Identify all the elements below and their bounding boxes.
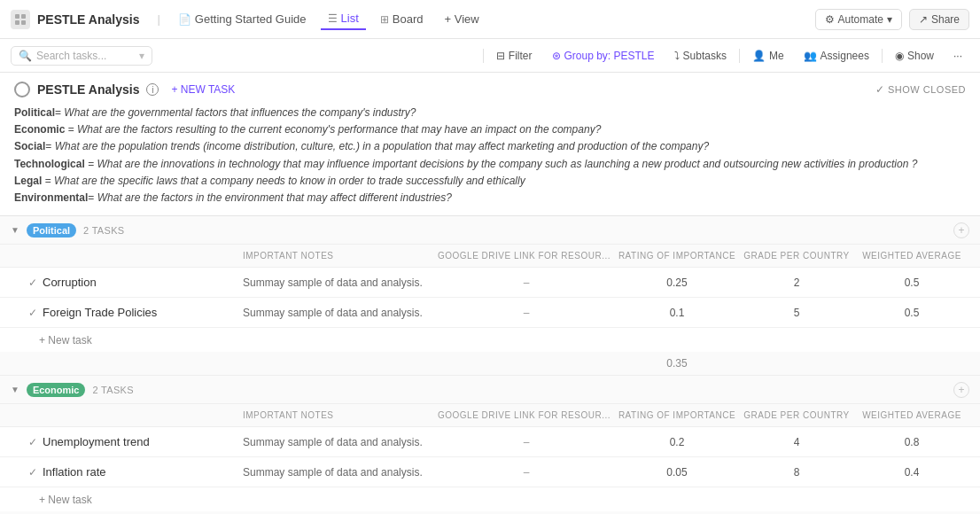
- check-icon: ✓: [875, 83, 884, 96]
- task-grade-corruption: 2: [739, 276, 854, 289]
- technological-desc: = What are the innovations in technology…: [85, 158, 918, 170]
- table-header-political: IMPORTANT NOTES GOOGLE DRIVE LINK FOR RE…: [0, 245, 980, 268]
- technological-label: Technological: [14, 158, 85, 170]
- group-toggle-political[interactable]: ▼: [11, 225, 19, 235]
- tab-getting-started[interactable]: 📄 Getting Started Guide: [171, 9, 314, 29]
- new-task-button[interactable]: + NEW TASK: [166, 82, 240, 97]
- tab-add-view[interactable]: + View: [438, 9, 486, 29]
- political-desc: = What are the governmental factors that…: [55, 106, 416, 119]
- table-row: ✓ Foreign Trade Policies Summay sample o…: [0, 298, 980, 328]
- task-rating-unemployment: 0.2: [615, 436, 739, 448]
- task-drive-corruption: –: [438, 276, 615, 289]
- subtasks-button[interactable]: ⤵ Subtasks: [667, 47, 734, 65]
- tab-list[interactable]: ☰ List: [321, 8, 366, 30]
- show-button[interactable]: ◉ Show: [888, 47, 941, 65]
- col-notes-economic: IMPORTANT NOTES: [243, 410, 438, 420]
- app-title: PESTLE Analysis: [37, 12, 139, 27]
- search-box[interactable]: 🔍 Search tasks... ▾: [11, 46, 152, 66]
- task-rating-foreign: 0.1: [615, 307, 739, 319]
- description-block: Political= What are the governmental fac…: [14, 105, 966, 212]
- me-icon: 👤: [752, 50, 766, 62]
- group-add-economic[interactable]: +: [953, 382, 969, 398]
- task-notes-corruption: Summay sample of data and analysis.: [243, 276, 438, 289]
- col-weighted-economic: WEIGHTED AVERAGE: [854, 410, 969, 420]
- group-task-count-economic: 2 TASKS: [92, 385, 133, 395]
- table-row: ✓ Unemployment trend Summay sample of da…: [0, 427, 980, 457]
- search-placeholder: Search tasks...: [36, 50, 106, 62]
- check-icon: ✓: [28, 307, 37, 319]
- economic-label: Economic: [14, 123, 65, 136]
- task-name-foreign[interactable]: Foreign Trade Policies: [43, 306, 157, 319]
- social-label: Social: [14, 140, 45, 152]
- task-name-unemployment[interactable]: Unemployment trend: [43, 435, 150, 448]
- svg-rect-0: [15, 14, 19, 19]
- search-icon: 🔍: [19, 50, 32, 62]
- col-grade-economic: GRADE PER COUNTRY: [739, 410, 854, 420]
- share-button[interactable]: ↗ Share: [909, 9, 969, 30]
- subtasks-icon: ⤵: [674, 50, 680, 62]
- check-icon: ✓: [28, 276, 37, 289]
- col-rating-economic: RATING OF IMPORTANCE: [615, 410, 739, 420]
- assignees-button[interactable]: 👥 Assignees: [797, 47, 876, 65]
- task-weighted-foreign: 0.5: [854, 307, 969, 319]
- filter-button[interactable]: ⊟ Filter: [489, 47, 540, 65]
- pestle-title: PESTLE Analysis: [37, 82, 139, 97]
- subtotal-political: 0.35: [615, 357, 739, 370]
- chevron-down-icon: ▾: [139, 50, 144, 62]
- task-weighted-inflation: 0.4: [854, 466, 969, 479]
- col-rating-political: RATING OF IMPORTANCE: [615, 251, 739, 261]
- automate-icon: ⚙: [825, 13, 835, 26]
- me-button[interactable]: 👤 Me: [745, 47, 791, 65]
- col-notes-political: IMPORTANT NOTES: [243, 251, 438, 261]
- task-drive-foreign: –: [438, 307, 615, 319]
- task-rating-corruption: 0.25: [615, 276, 739, 289]
- task-name-cell: ✓ Corruption: [28, 276, 243, 289]
- task-notes-foreign: Summay sample of data and analysis.: [243, 307, 438, 319]
- group-header-political: ▼ Political 2 TASKS +: [0, 216, 980, 245]
- group-by-button[interactable]: ⊛ Group by: PESTLE: [545, 47, 662, 65]
- task-drive-unemployment: –: [438, 436, 615, 448]
- group-add-political[interactable]: +: [953, 222, 969, 238]
- new-task-link-economic[interactable]: + New task: [39, 494, 92, 506]
- task-name-corruption[interactable]: Corruption: [43, 276, 97, 289]
- col-grade-political: GRADE PER COUNTRY: [739, 251, 854, 261]
- new-task-row-political: + New task: [0, 328, 980, 352]
- task-name-cell: ✓ Unemployment trend: [28, 435, 243, 448]
- table-row: ✓ Inflation rate Summay sample of data a…: [0, 457, 980, 487]
- new-task-row-economic: + New task: [0, 487, 980, 511]
- col-weighted-political: WEIGHTED AVERAGE: [854, 251, 969, 261]
- share-icon: ↗: [919, 13, 928, 26]
- new-task-link-political[interactable]: + New task: [39, 334, 92, 347]
- task-name-inflation[interactable]: Inflation rate: [43, 465, 106, 479]
- political-label: Political: [14, 106, 55, 119]
- subtotal-row-political: 0.35: [0, 352, 980, 375]
- environmental-desc: = What are the factors in the environmen…: [88, 191, 452, 204]
- group-toggle-economic[interactable]: ▼: [11, 385, 19, 394]
- nav-right: ⚙ Automate ▾ ↗ Share: [815, 9, 969, 30]
- assignees-icon: 👥: [804, 50, 817, 62]
- divider: [483, 49, 484, 63]
- toolbar: 🔍 Search tasks... ▾ ⊟ Filter ⊛ Group by:…: [0, 39, 980, 73]
- show-closed-label: SHOW CLOSED: [888, 84, 966, 95]
- task-grade-unemployment: 4: [739, 436, 854, 448]
- group-economic: ▼ Economic 2 TASKS + IMPORTANT NOTES GOO…: [0, 376, 980, 514]
- more-button[interactable]: ···: [946, 47, 969, 65]
- legal-label: Legal: [14, 175, 42, 187]
- task-grade-inflation: 8: [739, 466, 854, 479]
- info-icon[interactable]: i: [146, 83, 159, 96]
- list-icon: ☰: [328, 12, 338, 25]
- pestle-header: PESTLE Analysis i + NEW TASK ✓ SHOW CLOS…: [0, 73, 980, 216]
- environmental-label: Environmental: [14, 191, 88, 204]
- social-desc: = What are the population trends (income…: [45, 140, 709, 152]
- task-weighted-corruption: 0.5: [854, 276, 969, 289]
- top-nav: PESTLE Analysis | 📄 Getting Started Guid…: [0, 0, 980, 39]
- task-name-cell: ✓ Inflation rate: [28, 465, 243, 479]
- svg-rect-3: [21, 20, 26, 25]
- tab-board[interactable]: ⊞ Board: [373, 9, 431, 29]
- filter-icon: ⊟: [496, 50, 505, 62]
- svg-rect-1: [21, 14, 26, 19]
- automate-button[interactable]: ⚙ Automate ▾: [815, 9, 902, 30]
- task-notes-inflation: Summay sample of data and analysis.: [243, 466, 438, 479]
- table-row: ✓ Corruption Summay sample of data and a…: [0, 268, 980, 298]
- show-closed-button[interactable]: ✓ SHOW CLOSED: [875, 83, 966, 96]
